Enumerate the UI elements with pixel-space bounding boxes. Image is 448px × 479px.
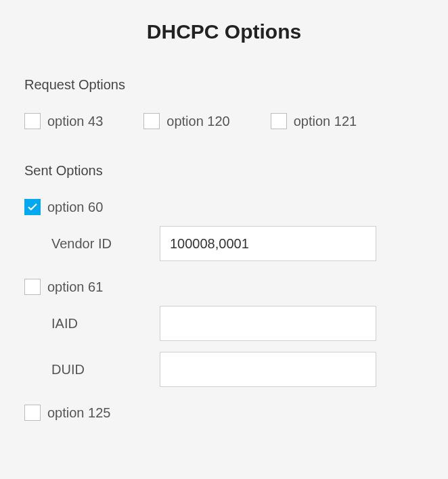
- option-61-checkbox[interactable]: [24, 279, 41, 295]
- option-125-group: option 125: [24, 405, 424, 421]
- option-120-item: option 120: [143, 113, 229, 129]
- option-125-label: option 125: [47, 405, 110, 421]
- vendor-id-input[interactable]: [160, 226, 376, 261]
- option-120-label: option 120: [166, 114, 229, 129]
- option-61-group: option 61 IAID DUID: [24, 279, 424, 387]
- duid-input[interactable]: [160, 352, 376, 387]
- option-121-checkbox[interactable]: [271, 113, 287, 129]
- option-43-item: option 43: [24, 113, 103, 129]
- option-60-checkbox[interactable]: [24, 199, 41, 215]
- option-43-checkbox[interactable]: [24, 113, 41, 129]
- option-121-item: option 121: [271, 113, 357, 129]
- sent-options-section: Sent Options option 60 Vendor ID option …: [24, 163, 424, 421]
- option-43-label: option 43: [47, 114, 103, 129]
- checkmark-icon: [26, 201, 39, 213]
- option-60-group: option 60 Vendor ID: [24, 199, 424, 261]
- iaid-input[interactable]: [160, 306, 376, 341]
- option-121-label: option 121: [294, 114, 357, 129]
- page-title: DHCPC Options: [24, 20, 424, 43]
- option-120-checkbox[interactable]: [143, 113, 160, 129]
- duid-label: DUID: [24, 362, 160, 378]
- option-60-label: option 60: [47, 200, 103, 215]
- sent-options-header: Sent Options: [24, 163, 424, 179]
- option-61-label: option 61: [47, 279, 103, 295]
- iaid-label: IAID: [24, 316, 160, 332]
- vendor-id-label: Vendor ID: [24, 236, 160, 252]
- request-options-header: Request Options: [24, 77, 424, 93]
- request-options-section: Request Options option 43 option 120 opt…: [24, 77, 424, 129]
- option-125-checkbox[interactable]: [24, 405, 41, 421]
